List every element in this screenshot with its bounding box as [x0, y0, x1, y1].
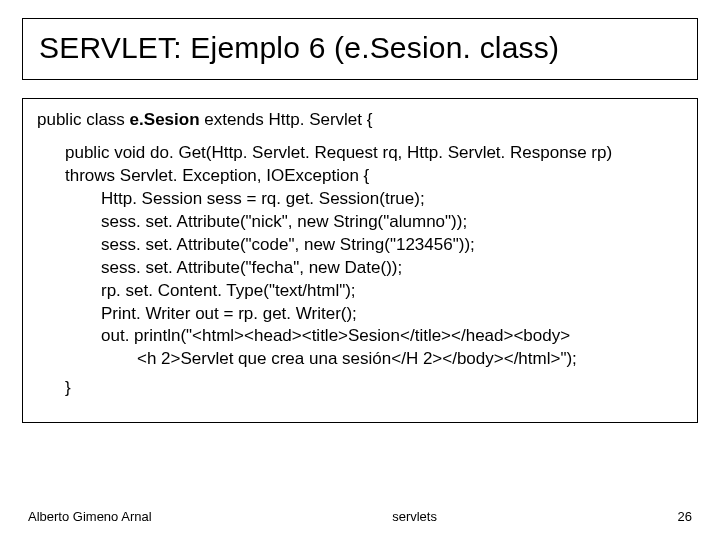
method-body: Http. Session sess = rq. get. Session(tr… [65, 188, 683, 372]
slide-title-box: SERVLET: Ejemplo 6 (e.Sesion. class) [22, 18, 698, 80]
slide-title: SERVLET: Ejemplo 6 (e.Sesion. class) [39, 31, 681, 65]
method-block: public void do. Get(Http. Servlet. Reque… [37, 142, 683, 371]
class-declaration: public class e.Sesion extends Http. Serv… [37, 109, 683, 132]
method-close-brace: } [37, 377, 683, 400]
code-line: Print. Writer out = rp. get. Writer(); [101, 303, 683, 326]
code-line: rp. set. Content. Type("text/html"); [101, 280, 683, 303]
footer-author: Alberto Gimeno Arnal [28, 509, 152, 524]
code-line: out. println("<html><head><title>Sesion<… [101, 325, 683, 348]
code-line: Http. Session sess = rq. get. Session(tr… [101, 188, 683, 211]
method-signature-line2: throws Servlet. Exception, IOException { [65, 165, 683, 188]
code-line: sess. set. Attribute("nick", new String(… [101, 211, 683, 234]
footer-center: servlets [152, 509, 678, 524]
decl-prefix: public class [37, 110, 130, 129]
slide-footer: Alberto Gimeno Arnal servlets 26 [0, 509, 720, 524]
footer-page-number: 26 [678, 509, 692, 524]
code-line: sess. set. Attribute("fecha", new Date()… [101, 257, 683, 280]
code-line: <h 2>Servlet que crea una sesión</H 2></… [101, 348, 683, 371]
method-signature-line1: public void do. Get(Http. Servlet. Reque… [65, 142, 683, 165]
code-box: public class e.Sesion extends Http. Serv… [22, 98, 698, 423]
decl-classname: e.Sesion [130, 110, 205, 129]
decl-suffix: extends Http. Servlet { [204, 110, 372, 129]
code-line: sess. set. Attribute("code", new String(… [101, 234, 683, 257]
